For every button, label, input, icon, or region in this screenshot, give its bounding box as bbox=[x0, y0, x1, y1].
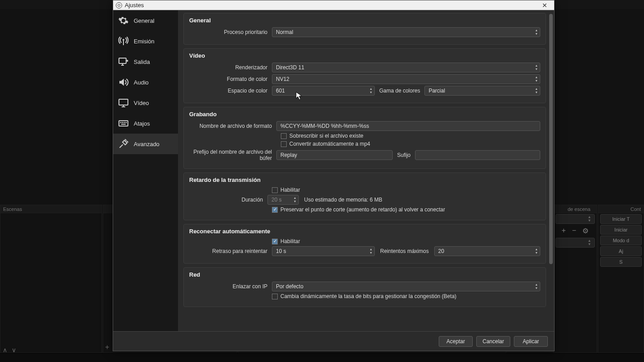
bindip-label: Enlazar con IP bbox=[189, 283, 272, 290]
group-heading: Retardo de la transmisión bbox=[189, 177, 540, 183]
monitor-icon bbox=[118, 97, 129, 109]
output-icon bbox=[118, 56, 129, 67]
filename-input[interactable] bbox=[276, 121, 540, 131]
apply-button[interactable]: Aplicar bbox=[514, 336, 548, 347]
settings-dialog: Ajustes ✕ General Emisión Salida Audio bbox=[113, 0, 555, 351]
automp4-label: Convertir automáticamente a mp4 bbox=[289, 141, 370, 147]
automp4-checkbox[interactable] bbox=[281, 141, 287, 147]
content-scrollbar[interactable] bbox=[548, 10, 554, 331]
dynbitrate-checkbox[interactable] bbox=[272, 294, 278, 299]
svg-point-0 bbox=[123, 39, 124, 41]
sidebar-item-label: Emisión bbox=[134, 38, 154, 45]
dialog-footer: Aceptar Cancelar Aplicar bbox=[113, 331, 554, 351]
settings-sidebar: General Emisión Salida Audio Vídeo Atajo… bbox=[113, 10, 178, 331]
group-delay: Retardo de la transmisión Habilitar Dura… bbox=[183, 173, 546, 220]
app-icon bbox=[116, 2, 122, 8]
colorrange-select[interactable]: Parcial▲▼ bbox=[424, 86, 540, 96]
svg-rect-8 bbox=[119, 121, 128, 126]
reconnect-enable-label: Habilitar bbox=[280, 238, 300, 244]
ok-button[interactable]: Aceptar bbox=[439, 336, 473, 347]
sidebar-item-advanced[interactable]: Avanzado bbox=[113, 134, 178, 154]
sidebar-item-label: Avanzado bbox=[134, 141, 160, 147]
group-video: Vídeo Renderizador Direct3D 11▲▼ Formato… bbox=[183, 48, 546, 103]
overwrite-label: Sobrescribir si el archivo existe bbox=[289, 133, 363, 139]
duration-input[interactable]: 20 s▲▼ bbox=[267, 195, 299, 205]
gear-icon bbox=[118, 15, 129, 26]
settings-content: General Proceso prioritario Normal▲▼ Víd… bbox=[178, 10, 548, 331]
group-heading: General bbox=[189, 17, 540, 24]
svg-point-12 bbox=[126, 122, 126, 122]
scrollbar-thumb[interactable] bbox=[549, 14, 553, 264]
retry-label: Retraso para reintentar bbox=[189, 248, 272, 254]
prefix-input[interactable] bbox=[276, 150, 393, 160]
svg-point-10 bbox=[122, 122, 123, 122]
group-recording: Grabando Nombre de archivo de formato So… bbox=[183, 107, 546, 169]
colorspace-select[interactable]: 601▲▼ bbox=[272, 86, 375, 96]
sidebar-item-general[interactable]: General bbox=[113, 10, 178, 31]
sidebar-item-audio[interactable]: Audio bbox=[113, 72, 178, 93]
group-general: General Proceso prioritario Normal▲▼ bbox=[183, 13, 546, 45]
svg-rect-5 bbox=[119, 99, 128, 105]
sidebar-item-label: Vídeo bbox=[134, 100, 149, 106]
priority-label: Proceso prioritario bbox=[189, 29, 272, 35]
sidebar-item-label: Atajos bbox=[134, 120, 150, 127]
dialog-title: Ajustes bbox=[125, 2, 144, 8]
svg-point-9 bbox=[120, 122, 121, 122]
reconnect-enable-checkbox[interactable] bbox=[272, 239, 278, 244]
memest-label: Uso estimado de memoria: 6 MB bbox=[299, 197, 382, 203]
colorrange-label: Gama de colores bbox=[375, 88, 424, 94]
group-network: Red Enlazar con IP Por defecto▲▼ Cambia … bbox=[183, 267, 546, 307]
group-heading: Vídeo bbox=[189, 52, 540, 59]
prefix-label: Prefijo del nombre de archivo del búfer bbox=[189, 149, 276, 161]
svg-point-11 bbox=[124, 122, 124, 122]
overwrite-checkbox[interactable] bbox=[281, 133, 287, 139]
group-reconnect: Reconectar automáticamente Habilitar Ret… bbox=[183, 224, 546, 264]
speaker-icon bbox=[118, 76, 129, 88]
bindip-select[interactable]: Por defecto▲▼ bbox=[272, 282, 540, 291]
colorspace-label: Espacio de color bbox=[189, 88, 272, 94]
group-heading: Reconectar automáticamente bbox=[189, 228, 540, 235]
renderer-select[interactable]: Direct3D 11▲▼ bbox=[272, 63, 540, 72]
spinner-icon: ▲▼ bbox=[535, 29, 538, 36]
antenna-icon bbox=[118, 35, 129, 47]
sidebar-item-stream[interactable]: Emisión bbox=[113, 31, 178, 51]
suffix-label: Sufijo bbox=[393, 152, 415, 158]
tools-icon bbox=[118, 138, 129, 150]
filename-label: Nombre de archivo de formato bbox=[189, 123, 276, 129]
delay-enable-label: Habilitar bbox=[280, 187, 300, 193]
group-heading: Red bbox=[189, 271, 540, 278]
sidebar-item-label: Salida bbox=[134, 59, 150, 65]
close-icon[interactable]: ✕ bbox=[538, 2, 551, 9]
sidebar-item-video[interactable]: Vídeo bbox=[113, 93, 178, 113]
colorfmt-label: Formato de color bbox=[189, 76, 272, 82]
sidebar-item-hotkeys[interactable]: Atajos bbox=[113, 113, 178, 134]
renderer-label: Renderizador bbox=[189, 64, 272, 71]
sidebar-item-output[interactable]: Salida bbox=[113, 51, 178, 72]
sidebar-item-label: General bbox=[134, 17, 154, 24]
delay-enable-checkbox[interactable] bbox=[272, 187, 278, 193]
preserve-checkbox[interactable] bbox=[272, 207, 278, 213]
sidebar-item-label: Audio bbox=[134, 79, 148, 86]
dynbitrate-label: Cambia dinámicamente la tasa de bits par… bbox=[280, 293, 457, 299]
preserve-label: Preservar el punto de corte (aumento de … bbox=[280, 206, 445, 213]
group-heading: Grabando bbox=[189, 111, 540, 118]
suffix-input[interactable] bbox=[415, 150, 540, 160]
cancel-button[interactable]: Cancelar bbox=[476, 336, 510, 347]
colorfmt-select[interactable]: NV12▲▼ bbox=[272, 74, 540, 84]
duration-label: Duración bbox=[189, 197, 267, 203]
maxretry-label: Reintentos máximos bbox=[375, 248, 434, 254]
maxretry-input[interactable]: 20▲▼ bbox=[434, 246, 540, 256]
keyboard-icon bbox=[118, 118, 129, 129]
priority-select[interactable]: Normal▲▼ bbox=[272, 27, 540, 37]
dialog-titlebar: Ajustes ✕ bbox=[113, 0, 554, 10]
svg-rect-2 bbox=[119, 58, 126, 63]
retry-input[interactable]: 10 s▲▼ bbox=[272, 246, 375, 256]
